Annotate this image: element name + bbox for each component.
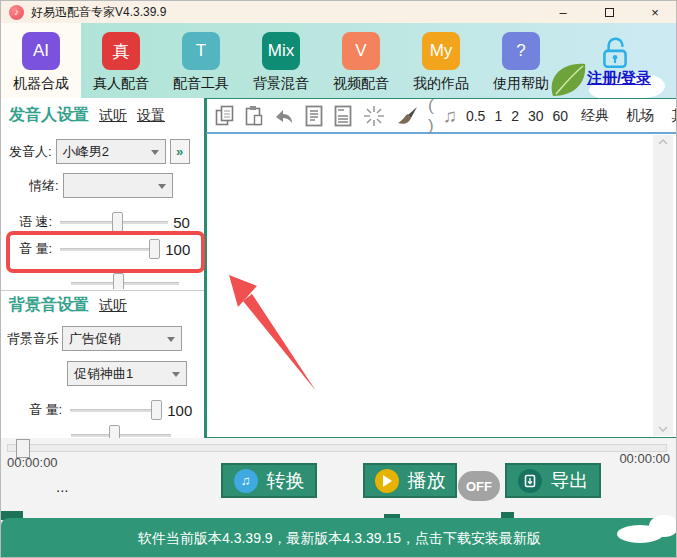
bgm-category-dropdown[interactable]: 广告促销 bbox=[62, 326, 182, 351]
nav-item-my-works[interactable]: My 我的作品 bbox=[401, 23, 481, 98]
v-badge-icon: V bbox=[342, 32, 380, 70]
paste-icon[interactable] bbox=[244, 105, 264, 127]
parentheses-icon[interactable]: ( ) bbox=[428, 96, 434, 136]
voice-settings-panel: 发音人设置 试听 设置 发音人: 小峰男2 » 情绪: 语 速: 50 bbox=[1, 98, 206, 438]
zoom-option-0_5[interactable]: 0.5 bbox=[466, 108, 485, 124]
app-window: ♪ 好易迅配音专家V4.3.39.9 – × AI 机器合成 真 真人配音 T … bbox=[0, 0, 677, 558]
slider-thumb[interactable] bbox=[113, 273, 124, 289]
preset-classic[interactable]: 经典 bbox=[581, 107, 609, 125]
speaker-label: 发音人: bbox=[9, 143, 52, 161]
emotion-dropdown[interactable] bbox=[63, 173, 173, 198]
close-button[interactable]: × bbox=[632, 1, 677, 23]
nav-label: 机器合成 bbox=[13, 75, 69, 93]
bgm-volume-slider[interactable] bbox=[70, 399, 162, 421]
off-toggle[interactable]: OFF bbox=[458, 471, 500, 501]
preset-other[interactable]: 其 bbox=[671, 107, 677, 125]
text-editor-canvas[interactable] bbox=[206, 134, 677, 438]
nav-label: 使用帮助 bbox=[493, 75, 549, 93]
pitch-slider-clipped[interactable] bbox=[71, 272, 179, 289]
voice-panel-title: 发音人设置 bbox=[9, 105, 89, 126]
convert-button-label: 转换 bbox=[267, 468, 305, 494]
volume-value: 100 bbox=[165, 241, 190, 258]
slider-thumb[interactable] bbox=[109, 425, 120, 438]
scroll-down-icon[interactable] bbox=[658, 426, 668, 432]
bgm-extra-slider-clipped[interactable] bbox=[71, 424, 171, 438]
zoom-option-1[interactable]: 1 bbox=[494, 108, 502, 124]
play-button-label: 播放 bbox=[408, 468, 446, 494]
slider-thumb[interactable] bbox=[112, 212, 123, 232]
timeline-slider[interactable] bbox=[7, 444, 667, 452]
window-title: 好易迅配音专家V4.3.39.9 bbox=[31, 4, 166, 21]
mix-badge-icon: Mix bbox=[262, 32, 300, 70]
editor-toolbar: ( ) ♫ 0.5 1 2 30 60 经典 机场 其 bbox=[206, 98, 677, 134]
save-doc-icon[interactable] bbox=[333, 104, 353, 128]
speaker-value: 小峰男2 bbox=[63, 143, 109, 161]
bgm-volume-label: 音 量: bbox=[29, 401, 62, 419]
time-total: 00:00:00 bbox=[619, 451, 670, 466]
voice-audition-link[interactable]: 试听 bbox=[99, 107, 127, 125]
bgm-volume-value: 100 bbox=[167, 402, 192, 419]
export-button-label: 导出 bbox=[551, 468, 589, 494]
volume-slider[interactable] bbox=[60, 238, 160, 260]
zhen-badge-icon: 真 bbox=[102, 32, 140, 70]
copy-icon[interactable] bbox=[215, 105, 235, 127]
t-badge-icon: T bbox=[182, 32, 220, 70]
minimize-button[interactable]: – bbox=[540, 1, 586, 23]
update-notice-link[interactable]: 软件当前版本4.3.39.9，最新版本4.3.39.15，点击下载安装最新版 bbox=[138, 530, 541, 548]
vertical-scrollbar[interactable] bbox=[653, 135, 673, 436]
zoom-option-2[interactable]: 2 bbox=[511, 108, 519, 124]
bgm-track-dropdown[interactable]: 促销神曲1 bbox=[67, 361, 187, 386]
voice-settings-link[interactable]: 设置 bbox=[137, 107, 165, 125]
question-badge-icon: ? bbox=[502, 32, 540, 70]
emotion-label: 情绪: bbox=[29, 177, 59, 195]
login-register-link[interactable]: 注册/登录 bbox=[574, 69, 664, 88]
sparkle-icon[interactable] bbox=[362, 104, 386, 128]
clean-brush-icon[interactable] bbox=[395, 105, 419, 127]
speaker-dropdown[interactable]: 小峰男2 bbox=[56, 139, 166, 164]
speed-slider[interactable] bbox=[60, 211, 168, 233]
bgm-audition-link[interactable]: 试听 bbox=[99, 297, 127, 315]
nav-item-human-dubbing[interactable]: 真 真人配音 bbox=[81, 23, 161, 98]
slider-thumb[interactable] bbox=[151, 400, 162, 420]
nav-item-video-dubbing[interactable]: V 视频配音 bbox=[321, 23, 401, 98]
play-icon bbox=[375, 469, 399, 493]
nav-label: 配音工具 bbox=[173, 75, 229, 93]
music-note-icon[interactable]: ♫ bbox=[443, 105, 457, 127]
nav-label: 背景混音 bbox=[253, 75, 309, 93]
convert-button[interactable]: ♫ 转换 bbox=[221, 463, 317, 498]
titlebar: ♪ 好易迅配音专家V4.3.39.9 – × bbox=[1, 1, 677, 23]
preset-airport[interactable]: 机场 bbox=[626, 107, 654, 125]
nav-item-dubbing-tools[interactable]: T 配音工具 bbox=[161, 23, 241, 98]
chevron-down-icon bbox=[167, 337, 175, 342]
nav-label: 视频配音 bbox=[333, 75, 389, 93]
ai-badge-icon: AI bbox=[22, 32, 60, 70]
export-button[interactable]: 导出 bbox=[505, 463, 601, 498]
transport-bar: 00:00:00 00:00:00 ... ♫ 转换 播放 OFF 导出 bbox=[1, 438, 677, 521]
ellipsis-text: ... bbox=[56, 478, 69, 495]
chevron-down-icon bbox=[172, 372, 180, 377]
nav-item-machine-synthesis[interactable]: AI 机器合成 bbox=[1, 23, 81, 98]
nav-item-help[interactable]: ? 使用帮助 bbox=[481, 23, 561, 98]
chevron-down-icon bbox=[158, 184, 166, 189]
bgm-panel-title: 背景音设置 bbox=[9, 295, 89, 316]
convert-music-icon: ♫ bbox=[234, 469, 258, 493]
panel-divider bbox=[1, 290, 204, 291]
chevron-down-icon bbox=[151, 150, 159, 155]
nav-item-background-mix[interactable]: Mix 背景混音 bbox=[241, 23, 321, 98]
zoom-option-30[interactable]: 30 bbox=[528, 108, 544, 124]
more-speakers-button[interactable]: » bbox=[170, 139, 190, 164]
export-icon bbox=[518, 469, 542, 493]
cloud-decoration bbox=[649, 515, 677, 537]
outline-doc-icon[interactable] bbox=[304, 104, 324, 128]
slider-thumb[interactable] bbox=[149, 239, 160, 259]
nav-label: 我的作品 bbox=[413, 75, 469, 93]
scroll-up-icon[interactable] bbox=[658, 139, 668, 145]
speed-label: 语 速: bbox=[19, 213, 52, 231]
bgm-category-value: 广告促销 bbox=[69, 330, 121, 348]
zoom-option-60[interactable]: 60 bbox=[553, 108, 569, 124]
my-badge-icon: My bbox=[422, 32, 460, 70]
app-logo-icon: ♪ bbox=[9, 5, 24, 20]
undo-icon[interactable] bbox=[273, 105, 295, 127]
maximize-button[interactable] bbox=[586, 1, 632, 23]
play-button[interactable]: 播放 bbox=[363, 463, 457, 498]
